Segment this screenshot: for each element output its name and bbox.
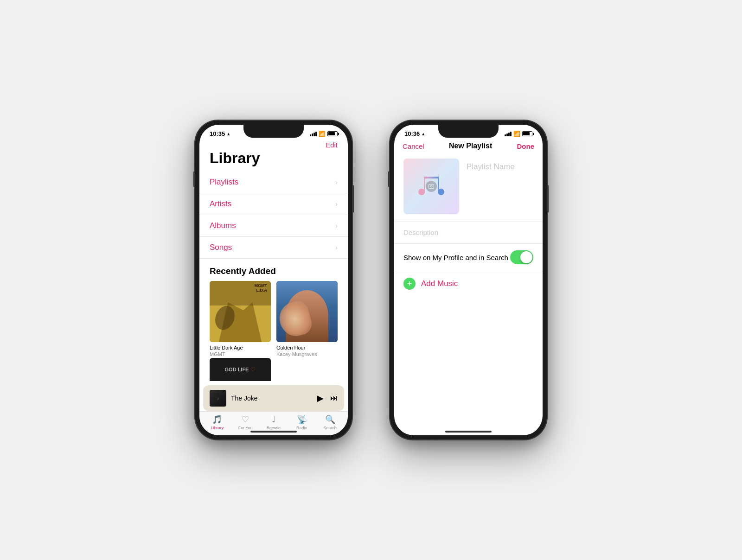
wifi-icon-1: 📶 <box>319 131 326 137</box>
third-album-partial: GOD LIFE ♡ <box>210 358 271 381</box>
album-item-golden[interactable]: Golden Hour Kacey Musgraves <box>276 281 338 358</box>
bar4-2 <box>510 132 512 136</box>
signal-bars-2 <box>505 132 512 136</box>
library-header: Edit <box>199 139 348 149</box>
add-music-section[interactable]: + Add Music <box>394 271 543 296</box>
battery-fill-2 <box>523 132 530 135</box>
add-music-label: Add Music <box>421 279 458 288</box>
location-icon-1: ▲ <box>226 132 230 136</box>
album-cover-mgmt: MGMTL.D.A <box>210 281 271 342</box>
albums-label: Albums <box>210 221 236 230</box>
np-title: The Joke <box>231 395 313 402</box>
location-icon-2: ▲ <box>421 132 425 136</box>
notch-2 <box>438 125 499 138</box>
tab-foryou[interactable]: ♡ For You <box>231 414 260 430</box>
np-thumbnail: ♪ <box>210 390 226 407</box>
playlist-form: Playlist Name Description Show on My Pro… <box>394 154 543 296</box>
new-playlist-nav: Cancel New Playlist Done <box>394 139 543 154</box>
battery-tip-1 <box>338 133 339 135</box>
bar2-2 <box>506 134 508 136</box>
library-list: Playlists › Artists › Albums › Songs › <box>199 172 348 259</box>
playlist-name-placeholder: Playlist Name <box>467 162 515 172</box>
recently-added-section: Recently Added MGMTL.D.A <box>199 259 348 385</box>
library-item-artists[interactable]: Artists › <box>199 193 348 215</box>
show-on-profile-section: Show on My Profile and in Search <box>394 244 543 271</box>
tab-library[interactable]: 🎵 Library <box>203 414 231 430</box>
now-playing-bar[interactable]: ♪ The Joke ▶ ⏭ <box>203 385 344 411</box>
home-indicator-2 <box>445 431 492 433</box>
tab-search-label: Search <box>323 426 337 430</box>
library-tab-icon: 🎵 <box>212 414 222 425</box>
playlists-chevron: › <box>335 178 338 186</box>
note-beam <box>424 177 439 178</box>
battery-icon-2 <box>522 131 532 136</box>
album-name-mgmt: Little Dark Age <box>210 344 271 351</box>
battery-tip-2 <box>533 133 534 135</box>
wifi-icon-2: 📶 <box>513 131 520 137</box>
tab-search[interactable]: 🔍 Search <box>316 414 344 430</box>
camera-lens <box>430 185 433 188</box>
battery-icon-1 <box>327 131 338 136</box>
forward-button[interactable]: ⏭ <box>330 394 338 402</box>
tab-radio-label: Radio <box>296 426 307 430</box>
phone-2-frame: 10:36 ▲ 📶 <box>390 120 547 440</box>
phone-2-screen: 10:36 ▲ 📶 <box>394 125 543 435</box>
playlists-label: Playlists <box>210 178 238 187</box>
search-tab-icon: 🔍 <box>325 414 335 425</box>
tab-browse[interactable]: ♩ Browse <box>260 414 288 430</box>
radio-tab-icon: 📡 <box>297 414 307 425</box>
bar3-2 <box>508 133 510 136</box>
album-item-mgmt[interactable]: MGMTL.D.A Little Dark Age MGMT <box>210 281 271 358</box>
description-placeholder: Description <box>403 229 438 236</box>
np-controls: ▶ ⏭ <box>317 393 338 403</box>
cancel-button[interactable]: Cancel <box>403 142 424 150</box>
library-item-albums[interactable]: Albums › <box>199 215 348 237</box>
new-playlist-title: New Playlist <box>449 142 492 150</box>
bar1 <box>310 134 311 136</box>
status-time-2: 10:36 <box>404 130 420 137</box>
artists-chevron: › <box>335 200 338 208</box>
done-button[interactable]: Done <box>517 142 534 150</box>
description-section[interactable]: Description <box>394 222 543 244</box>
album-artist-mgmt: MGMT <box>210 351 271 357</box>
album-artist-golden: Kacey Musgraves <box>276 351 338 357</box>
phone-1-frame: 10:35 ▲ 📶 <box>195 120 352 440</box>
songs-label: Songs <box>210 243 232 252</box>
playlist-header-section: Playlist Name <box>394 154 543 222</box>
add-music-icon: + <box>403 278 416 290</box>
albums-chevron: › <box>335 222 338 229</box>
show-on-profile-toggle[interactable] <box>510 250 533 264</box>
bar1-2 <box>505 134 506 136</box>
playlist-name-field[interactable]: Playlist Name <box>467 159 533 172</box>
bar2 <box>312 134 313 136</box>
phone-1-screen: 10:35 ▲ 📶 <box>199 125 348 435</box>
tab-library-label: Library <box>211 426 224 430</box>
status-icons-1: 📶 <box>310 131 338 137</box>
battery-fill-1 <box>328 132 335 135</box>
album-name-golden: Golden Hour <box>276 344 338 351</box>
signal-bars-1 <box>310 132 317 136</box>
edit-button[interactable]: Edit <box>326 141 338 149</box>
artists-label: Artists <box>210 199 231 209</box>
playlist-cover-art[interactable] <box>403 159 459 214</box>
status-icons-2: 📶 <box>505 131 532 137</box>
camera-icon <box>429 184 434 189</box>
bar3 <box>313 133 315 136</box>
status-time-1: 10:35 <box>210 130 225 137</box>
browse-tab-icon: ♩ <box>272 414 275 425</box>
play-button[interactable]: ▶ <box>317 393 324 403</box>
library-item-playlists[interactable]: Playlists › <box>199 172 348 193</box>
camera-overlay[interactable] <box>426 181 437 192</box>
toggle-knob <box>520 251 532 263</box>
album-cover-golden <box>276 281 338 342</box>
library-item-songs[interactable]: Songs › <box>199 237 348 259</box>
library-title: Library <box>199 149 348 172</box>
foryou-tab-icon: ♡ <box>242 414 249 425</box>
home-indicator-1 <box>250 431 297 433</box>
recently-added-title: Recently Added <box>210 266 338 276</box>
tab-radio[interactable]: 📡 Radio <box>288 414 316 430</box>
songs-chevron: › <box>335 244 338 251</box>
bar4 <box>315 132 317 136</box>
album-grid: MGMTL.D.A Little Dark Age MGMT <box>210 281 338 358</box>
toggle-label: Show on My Profile and in Search <box>403 254 508 261</box>
